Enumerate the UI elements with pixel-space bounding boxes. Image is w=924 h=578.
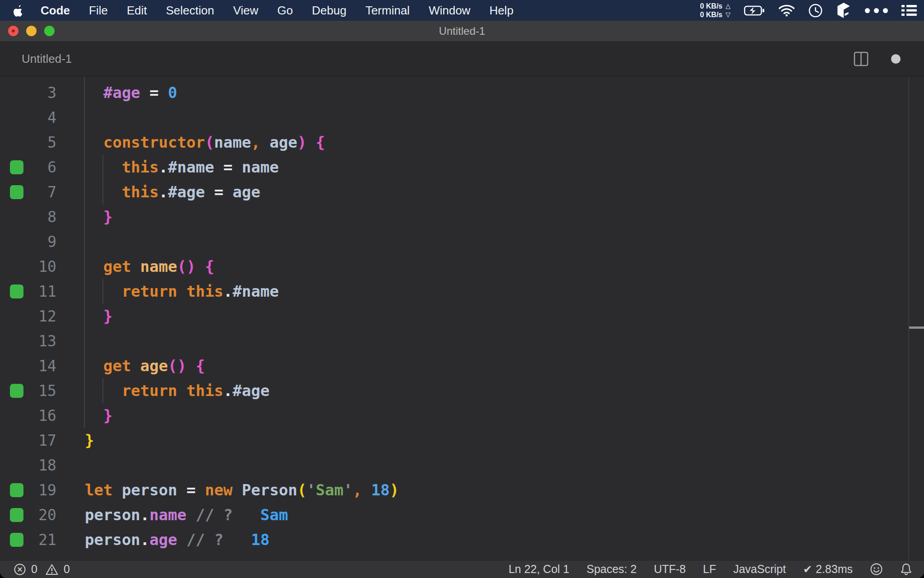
line-number[interactable]: 10 xyxy=(0,254,56,279)
check-icon: ✔ xyxy=(803,563,812,576)
menu-item-debug[interactable]: Debug xyxy=(302,4,356,18)
code-line[interactable]: 12 } xyxy=(0,304,924,329)
line-number[interactable]: 16 xyxy=(0,403,56,428)
unsaved-changes-dot[interactable] xyxy=(891,54,901,64)
editor-pane[interactable]: 3 #age = 045 constructor(name, age) {6 t… xyxy=(0,77,924,560)
line-number[interactable]: 8 xyxy=(0,205,56,229)
code-line[interactable]: 9 xyxy=(0,229,924,254)
errors-count[interactable]: 0 xyxy=(31,563,37,576)
code-text: } xyxy=(85,304,112,329)
line-number[interactable]: 7 xyxy=(0,180,56,205)
language-mode[interactable]: JavaScript xyxy=(733,563,786,576)
menu-item-edit[interactable]: Edit xyxy=(117,4,157,18)
tab-untitled-1[interactable]: Untitled-1 xyxy=(22,52,72,66)
line-number[interactable]: 21 xyxy=(0,527,56,552)
code-text: get age() { xyxy=(85,354,205,378)
wifi-icon[interactable] xyxy=(778,4,795,17)
title-bar[interactable]: Untitled-1 xyxy=(0,21,924,42)
indent-guide xyxy=(102,279,103,304)
list-icon[interactable] xyxy=(901,4,917,17)
network-speed-indicator[interactable]: 0 KB/s△ 0 KB/s▽ xyxy=(700,2,730,19)
menu-item-go[interactable]: Go xyxy=(268,4,303,18)
menu-item-selection[interactable]: Selection xyxy=(157,4,224,18)
indent-guide xyxy=(102,155,103,205)
code-text: } xyxy=(85,403,112,428)
code-line[interactable]: 20person.name // ? Sam xyxy=(0,503,924,527)
scrollbar-thumb[interactable] xyxy=(909,326,924,329)
code-line[interactable]: 3 #age = 0 xyxy=(0,80,924,105)
window-title: Untitled-1 xyxy=(0,25,924,37)
line-number[interactable]: 17 xyxy=(0,428,56,453)
code-line[interactable]: 18 xyxy=(0,453,924,478)
code-text: } xyxy=(85,205,112,229)
code-line[interactable]: 14 get age() { xyxy=(0,354,924,378)
code-text: this.#age = age xyxy=(85,180,260,205)
code-text: person.age // ? 18 xyxy=(85,527,270,552)
code-text: this.#name = name xyxy=(85,155,279,180)
line-number[interactable]: 9 xyxy=(0,229,56,254)
code-line[interactable]: 5 constructor(name, age) { xyxy=(0,130,924,155)
code-line[interactable]: 4 xyxy=(0,105,924,130)
code-text: let person = new Person('Sam', 18) xyxy=(85,478,399,503)
download-triangle-icon: ▽ xyxy=(725,10,730,19)
code-line[interactable]: 21person.age // ? 18 xyxy=(0,527,924,552)
ellipsis-icon[interactable] xyxy=(865,8,888,13)
code-text: } xyxy=(85,428,94,453)
menu-item-view[interactable]: View xyxy=(224,4,268,18)
line-number[interactable]: 15 xyxy=(0,378,56,403)
code-line[interactable]: 11 return this.#name xyxy=(0,279,924,304)
code-text: return this.#name xyxy=(85,279,279,304)
battery-charging-icon[interactable] xyxy=(744,5,765,16)
line-number[interactable]: 11 xyxy=(0,279,56,304)
feedback-smiley-icon[interactable] xyxy=(870,563,883,576)
eol-setting[interactable]: LF xyxy=(703,563,716,576)
line-number[interactable]: 14 xyxy=(0,354,56,378)
warnings-count[interactable]: 0 xyxy=(64,563,70,576)
file-encoding[interactable]: UTF-8 xyxy=(654,563,686,576)
tab-bar: Untitled-1 xyxy=(0,42,924,77)
cube-icon[interactable] xyxy=(836,2,851,19)
cursor-position[interactable]: Ln 22, Col 1 xyxy=(508,563,569,576)
indent-guide xyxy=(84,77,85,428)
line-number[interactable]: 3 xyxy=(0,80,56,105)
code-lines: 3 #age = 045 constructor(name, age) {6 t… xyxy=(0,77,924,552)
scrollbar-track[interactable] xyxy=(908,77,909,560)
code-text: #age = 0 xyxy=(85,80,177,105)
code-line[interactable]: 8 } xyxy=(0,205,924,229)
warnings-icon[interactable] xyxy=(45,563,59,576)
clock-icon[interactable] xyxy=(808,4,822,18)
menu-item-file[interactable]: File xyxy=(79,4,117,18)
code-line[interactable]: 13 xyxy=(0,329,924,354)
line-number[interactable]: 19 xyxy=(0,478,56,503)
code-line[interactable]: 10 get name() { xyxy=(0,254,924,279)
apple-icon[interactable] xyxy=(14,5,24,17)
menu-item-help[interactable]: Help xyxy=(480,4,523,18)
code-text: get name() { xyxy=(85,254,214,279)
line-number[interactable]: 13 xyxy=(0,329,56,354)
upload-triangle-icon: △ xyxy=(725,2,730,10)
code-text: return this.#age xyxy=(85,378,269,403)
indentation-setting[interactable]: Spaces: 2 xyxy=(587,563,637,576)
line-number[interactable]: 5 xyxy=(0,130,56,155)
line-number[interactable]: 6 xyxy=(0,155,56,180)
notifications-bell-icon[interactable] xyxy=(900,563,912,576)
menu-item-window[interactable]: Window xyxy=(419,4,480,18)
code-line[interactable]: 6 this.#name = name xyxy=(0,155,924,180)
code-line[interactable]: 17} xyxy=(0,428,924,453)
code-line[interactable]: 16 } xyxy=(0,403,924,428)
line-number[interactable]: 18 xyxy=(0,453,56,478)
menu-item-code[interactable]: Code xyxy=(31,4,79,18)
line-number[interactable]: 4 xyxy=(0,105,56,130)
line-number[interactable]: 12 xyxy=(0,304,56,329)
line-number[interactable]: 20 xyxy=(0,503,56,527)
code-line[interactable]: 7 this.#age = age xyxy=(0,180,924,205)
split-editor-icon[interactable] xyxy=(854,51,869,66)
code-line[interactable]: 15 return this.#age xyxy=(0,378,924,403)
code-line[interactable]: 19let person = new Person('Sam', 18) xyxy=(0,478,924,503)
code-editor-window: Untitled-1 Untitled-1 3 #age = 045 const… xyxy=(0,21,924,578)
errors-icon[interactable] xyxy=(14,563,26,576)
quokka-perf[interactable]: ✔ 2.83ms xyxy=(803,563,853,576)
code-text: person.name // ? Sam xyxy=(85,503,288,527)
menu-bar: Code File Edit Selection View Go Debug T… xyxy=(0,0,924,21)
menu-item-terminal[interactable]: Terminal xyxy=(356,4,419,18)
